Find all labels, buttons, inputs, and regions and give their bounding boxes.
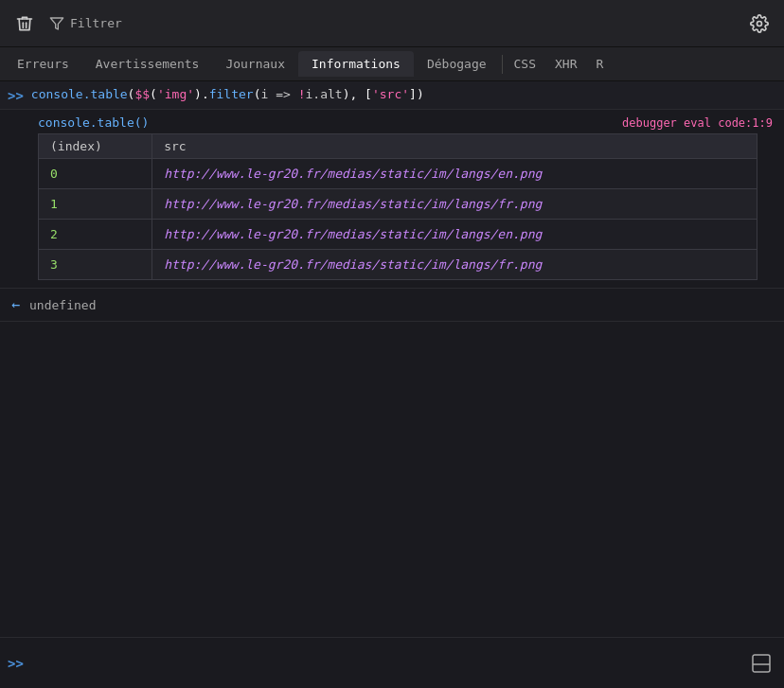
table-source: debugger eval code:1:9: [622, 116, 773, 130]
filter-label: Filtrer: [70, 16, 122, 30]
index-cell: 3: [39, 250, 152, 280]
tab-divider: [502, 55, 503, 74]
toolbar: Filtrer: [0, 0, 784, 47]
filter-icon: [49, 16, 64, 31]
tab-erreurs[interactable]: Erreurs: [4, 51, 82, 77]
console-input-row: >>: [0, 637, 784, 688]
command-prompt: >>: [8, 88, 24, 103]
input-prompt: >>: [8, 656, 24, 671]
split-console-button[interactable]: [746, 648, 776, 679]
url-cell: http://www.le-gr20.fr/medias/static/im/l…: [152, 159, 757, 189]
tab-informations[interactable]: Informations: [298, 51, 414, 77]
tab-debogage[interactable]: Débogage: [414, 51, 500, 77]
table-header-row: console.table() debugger eval code:1:9: [38, 114, 773, 133]
col-src-header: src: [152, 134, 757, 159]
table-meta: console.table(): [38, 115, 622, 130]
return-row: ← undefined: [0, 289, 784, 322]
tab-bar: Erreurs Avertissements Journaux Informat…: [0, 47, 784, 81]
console-output: >> console.table($$('img').filter(i => !…: [0, 81, 784, 637]
index-cell: 1: [39, 189, 152, 220]
command-text: console.table($$('img').filter(i => !i.a…: [31, 87, 424, 101]
url-cell: http://www.le-gr20.fr/medias/static/im/l…: [152, 250, 757, 280]
svg-point-1: [757, 21, 762, 26]
svg-rect-2: [753, 655, 770, 672]
tab-xhr[interactable]: XHR: [545, 51, 586, 77]
return-arrow-icon: ←: [11, 296, 20, 313]
console-command-row: >> console.table($$('img').filter(i => !…: [0, 81, 784, 110]
split-icon: [751, 653, 772, 674]
index-cell: 0: [39, 159, 152, 189]
tab-avertissements[interactable]: Avertissements: [82, 51, 213, 77]
table-row: 2http://www.le-gr20.fr/medias/static/im/…: [39, 220, 757, 250]
console-table: (index) src 0http://www.le-gr20.fr/media…: [38, 133, 757, 280]
svg-marker-0: [50, 18, 62, 29]
gear-icon: [750, 14, 769, 33]
tab-css[interactable]: CSS: [505, 51, 545, 77]
table-row: 3http://www.le-gr20.fr/medias/static/im/…: [39, 250, 757, 280]
clear-console-button[interactable]: [8, 7, 42, 41]
return-value: undefined: [29, 298, 96, 312]
index-cell: 2: [39, 220, 152, 250]
url-cell: http://www.le-gr20.fr/medias/static/im/l…: [152, 189, 757, 220]
col-index-header: (index): [39, 134, 152, 159]
table-row: 1http://www.le-gr20.fr/medias/static/im/…: [39, 189, 757, 220]
settings-button[interactable]: [742, 7, 776, 41]
console-table-section: console.table() debugger eval code:1:9 (…: [0, 110, 784, 289]
filter-button[interactable]: Filtrer: [49, 16, 122, 31]
tab-r[interactable]: R: [587, 51, 614, 77]
console-input[interactable]: [31, 656, 746, 670]
tab-journaux[interactable]: Journaux: [212, 51, 298, 77]
table-row: 0http://www.le-gr20.fr/medias/static/im/…: [39, 159, 757, 189]
url-cell: http://www.le-gr20.fr/medias/static/im/l…: [152, 220, 757, 250]
